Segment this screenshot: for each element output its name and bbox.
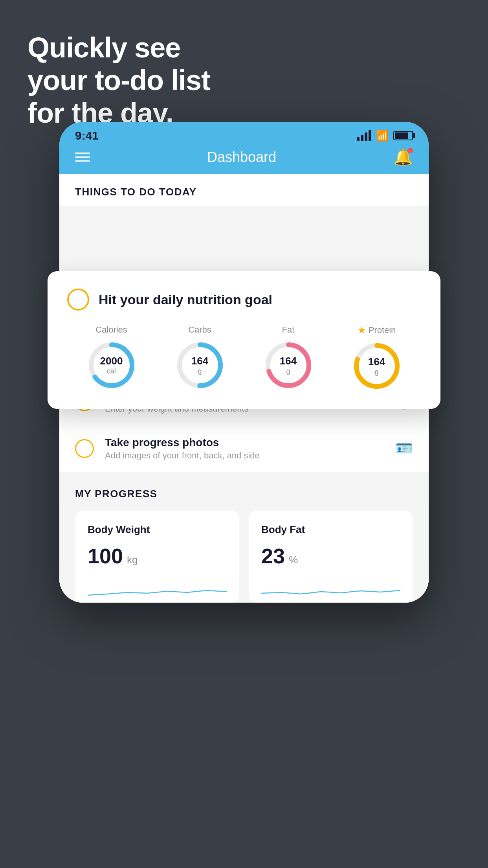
todo-sub-photos: Add images of your front, back, and side: [105, 451, 384, 461]
nutrition-protein: ★ Protein 164 g: [351, 325, 402, 392]
nutrition-grid: Calories 2000 cal Carbs: [67, 325, 421, 392]
fat-label: Fat: [282, 325, 295, 335]
body-fat-unit: %: [289, 554, 298, 566]
nav-title: Dashboard: [207, 149, 276, 166]
body-weight-unit: kg: [127, 554, 138, 566]
carbs-donut: 164 g: [174, 340, 226, 391]
body-fat-card[interactable]: Body Fat 23 %: [249, 511, 413, 603]
section-header: THINGS TO DO TODAY: [59, 174, 429, 206]
status-icons: 📶: [357, 130, 413, 142]
notifications-button[interactable]: 🔔: [393, 148, 413, 166]
calories-label: Calories: [95, 325, 127, 335]
todo-item-photos[interactable]: Take progress photos Add images of your …: [59, 425, 429, 472]
calories-unit: cal: [107, 367, 116, 375]
body-fat-value: 23: [261, 544, 285, 568]
carbs-value: 164: [191, 355, 208, 367]
body-weight-title: Body Weight: [88, 524, 227, 536]
nutrition-carbs: Carbs 164 g: [174, 325, 226, 391]
todo-title-photos: Take progress photos: [105, 436, 384, 449]
body-weight-value: 100: [88, 544, 123, 568]
fat-unit: g: [286, 367, 290, 375]
things-today-title: THINGS TO DO TODAY: [75, 186, 197, 198]
protein-value: 164: [368, 356, 385, 368]
nutrition-calories: Calories 2000 cal: [86, 325, 137, 391]
progress-cards: Body Weight 100 kg Body Fat 23 %: [75, 511, 413, 603]
todo-text-photos: Take progress photos Add images of your …: [105, 436, 384, 461]
signal-icon: [357, 130, 371, 141]
nav-bar: Dashboard 🔔: [59, 142, 429, 174]
progress-title: MY PROGRESS: [75, 488, 413, 500]
nutrition-card: Hit your daily nutrition goal Calories 2…: [48, 271, 440, 409]
nutrition-card-header: Hit your daily nutrition goal: [67, 289, 421, 311]
nutrition-check-circle[interactable]: [67, 289, 89, 311]
carbs-unit: g: [198, 367, 202, 375]
star-icon: ★: [358, 325, 366, 336]
nutrition-fat: Fat 164 g: [263, 325, 314, 391]
fat-value: 164: [280, 355, 297, 367]
hamburger-menu-button[interactable]: [75, 153, 90, 162]
fat-donut: 164 g: [263, 340, 314, 391]
body-fat-chart: [261, 577, 400, 601]
wifi-icon: 📶: [376, 130, 389, 142]
body-weight-value-row: 100 kg: [88, 544, 227, 568]
carbs-label: Carbs: [188, 325, 211, 335]
status-bar: 9:41 📶: [59, 122, 429, 142]
battery-icon: [393, 131, 413, 140]
progress-section: MY PROGRESS Body Weight 100 kg Body Fat …: [59, 472, 429, 603]
nutrition-card-title: Hit your daily nutrition goal: [99, 292, 272, 307]
todo-check-photos[interactable]: [75, 439, 94, 458]
photo-icon: 🪪: [395, 440, 413, 457]
body-weight-card[interactable]: Body Weight 100 kg: [75, 511, 239, 603]
body-fat-title: Body Fat: [261, 524, 400, 536]
body-weight-chart: [88, 577, 227, 601]
protein-unit: g: [374, 368, 378, 376]
calories-value: 2000: [100, 355, 123, 367]
calories-donut: 2000 cal: [86, 340, 137, 391]
body-fat-value-row: 23 %: [261, 544, 400, 568]
protein-label: ★ Protein: [358, 325, 396, 336]
protein-donut: 164 g: [351, 340, 402, 392]
status-time: 9:41: [75, 129, 99, 142]
headline: Quickly see your to-do list for the day.: [28, 31, 210, 129]
notification-badge: [407, 148, 413, 153]
